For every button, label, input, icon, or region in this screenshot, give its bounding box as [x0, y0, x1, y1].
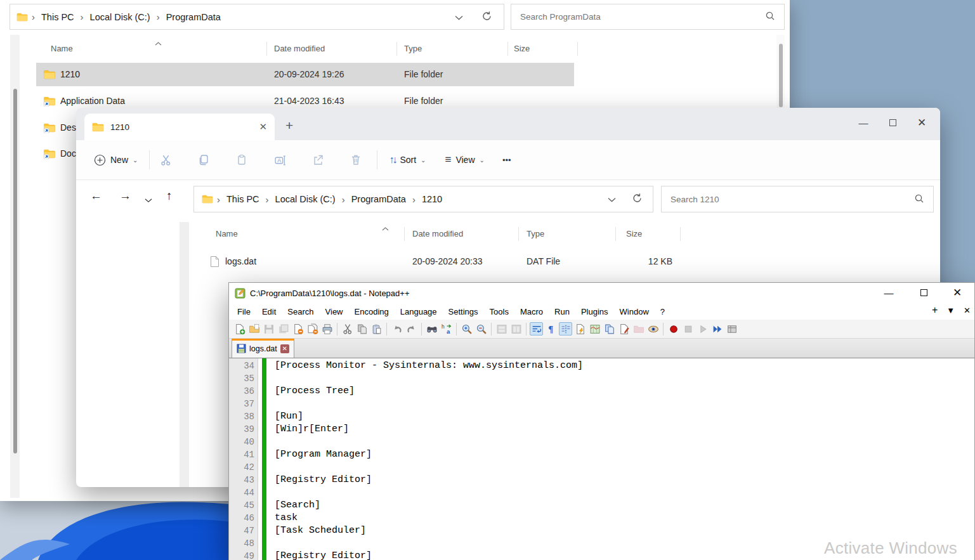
- new-tab-button[interactable]: +: [932, 304, 938, 316]
- tab-close-icon[interactable]: ✕: [259, 121, 267, 133]
- word-wrap-button[interactable]: [530, 322, 543, 335]
- new-file-button[interactable]: [233, 322, 246, 335]
- search-box[interactable]: Search ProgramData: [511, 4, 785, 30]
- menu-help[interactable]: ?: [655, 305, 671, 318]
- macro-play-button[interactable]: [696, 322, 709, 335]
- maximize-button[interactable]: [878, 112, 907, 133]
- sort-button[interactable]: ↑↓ Sort ⌄: [383, 149, 432, 171]
- explorer-tab-1210[interactable]: 1210 ✕: [84, 114, 275, 140]
- document-map-button[interactable]: [588, 322, 601, 335]
- nav-pane-scrollbar[interactable]: [10, 35, 20, 498]
- sync-horizontal-button[interactable]: [509, 322, 523, 335]
- tab-close-icon[interactable]: ✕: [280, 344, 289, 353]
- menu-encoding[interactable]: Encoding: [349, 305, 395, 318]
- copy-button[interactable]: [193, 149, 214, 171]
- column-header-type[interactable]: Type: [527, 229, 544, 238]
- breadcrumb-programdata[interactable]: ProgramData: [164, 12, 223, 22]
- menu-view[interactable]: View: [320, 305, 349, 318]
- new-button[interactable]: New ⌄: [88, 149, 144, 171]
- scrollbar-thumb[interactable]: [13, 89, 17, 453]
- undo-button[interactable]: [390, 322, 403, 335]
- search-icon[interactable]: [914, 193, 924, 205]
- refresh-icon[interactable]: [632, 193, 643, 205]
- macro-record-button[interactable]: [667, 322, 680, 335]
- column-header-name[interactable]: Name: [51, 44, 73, 53]
- share-button[interactable]: [307, 149, 329, 171]
- macro-stop-button[interactable]: [681, 322, 695, 335]
- forward-button[interactable]: →: [119, 189, 131, 203]
- replace-button[interactable]: ha: [440, 322, 453, 335]
- cut-button[interactable]: [155, 149, 176, 171]
- address-dropdown-icon[interactable]: [608, 194, 616, 204]
- breadcrumb-local-disk[interactable]: Local Disk (C:): [273, 194, 338, 204]
- column-header-name[interactable]: Name: [216, 229, 238, 238]
- sync-vertical-button[interactable]: [495, 322, 508, 335]
- column-header-date[interactable]: Date modified: [412, 229, 463, 238]
- text-editor[interactable]: 34[Process Monitor - Sysinternals: www.s…: [229, 358, 974, 560]
- title-bar[interactable]: C:\ProgramData\1210\logs.dat - Notepad++…: [229, 283, 974, 303]
- paste-button[interactable]: [231, 149, 252, 171]
- address-dropdown-icon[interactable]: [455, 12, 463, 22]
- save-all-button[interactable]: [277, 322, 290, 335]
- breadcrumb-1210[interactable]: 1210: [419, 194, 445, 204]
- close-button[interactable]: ✕: [941, 283, 973, 302]
- rename-button[interactable]: A: [269, 149, 291, 171]
- back-button[interactable]: ←: [90, 189, 102, 203]
- redo-button[interactable]: [405, 322, 418, 335]
- address-bar[interactable]: › This PC › Local Disk (C:) › ProgramDat…: [10, 4, 504, 30]
- menu-language[interactable]: Language: [395, 305, 443, 318]
- minimize-button[interactable]: —: [873, 283, 905, 302]
- print-button[interactable]: [320, 322, 334, 335]
- menu-macro[interactable]: Macro: [514, 305, 549, 318]
- document-switcher-button[interactable]: [603, 322, 616, 335]
- menu-search[interactable]: Search: [282, 305, 319, 318]
- show-indent-guide-button[interactable]: [559, 322, 572, 335]
- breadcrumb-local-disk[interactable]: Local Disk (C:): [88, 12, 153, 22]
- breadcrumb-programdata[interactable]: ProgramData: [349, 194, 409, 204]
- column-header-type[interactable]: Type: [404, 44, 422, 53]
- column-header-size[interactable]: Size: [514, 44, 530, 53]
- close-tab-button[interactable]: ✕: [964, 306, 971, 315]
- paste-button[interactable]: [370, 322, 383, 335]
- breadcrumb-this-pc[interactable]: This PC: [39, 12, 77, 22]
- up-button[interactable]: ↑: [166, 189, 173, 203]
- folder-as-workspace-button[interactable]: [632, 322, 645, 335]
- menu-plugins[interactable]: Plugins: [575, 305, 614, 318]
- more-options-button[interactable]: •••: [496, 150, 518, 170]
- tab-list-dropdown-icon[interactable]: ▼: [946, 306, 955, 315]
- menu-tools[interactable]: Tools: [484, 305, 514, 318]
- refresh-icon[interactable]: [481, 11, 492, 23]
- minimize-button[interactable]: —: [849, 112, 878, 133]
- view-button[interactable]: ≡ View ⌄: [438, 148, 490, 171]
- column-header-size[interactable]: Size: [626, 229, 642, 238]
- breadcrumb-this-pc[interactable]: This PC: [224, 194, 262, 204]
- scrollbar-thumb[interactable]: [779, 44, 783, 107]
- delete-button[interactable]: [345, 149, 367, 171]
- maximize-button[interactable]: [908, 283, 939, 302]
- address-bar[interactable]: › This PC › Local Disk (C:) › ProgramDat…: [193, 186, 653, 212]
- macro-run-multiple-button[interactable]: [710, 322, 724, 335]
- function-list-button[interactable]: [573, 322, 587, 335]
- menu-settings[interactable]: Settings: [443, 305, 484, 318]
- show-all-characters-button[interactable]: ¶: [544, 322, 558, 335]
- menu-edit[interactable]: Edit: [256, 305, 282, 318]
- close-button[interactable]: ✕: [907, 112, 936, 133]
- pane-scrollbar[interactable]: [180, 222, 189, 487]
- save-button[interactable]: [262, 322, 275, 335]
- column-header-date[interactable]: Date modified: [274, 44, 325, 53]
- file-monitoring-button[interactable]: [646, 322, 660, 335]
- menu-file[interactable]: File: [232, 305, 256, 318]
- copy-button[interactable]: [355, 322, 369, 335]
- find-button[interactable]: [425, 322, 438, 335]
- zoom-in-button[interactable]: [460, 322, 473, 335]
- zoom-out-button[interactable]: [474, 322, 488, 335]
- menu-run[interactable]: Run: [549, 305, 575, 318]
- search-box[interactable]: Search 1210: [661, 186, 934, 212]
- menu-window[interactable]: Window: [614, 305, 655, 318]
- file-row-1210[interactable]: 1210 20-09-2024 19:26 File folder: [36, 63, 574, 86]
- user-defined-language-button[interactable]: [617, 322, 631, 335]
- cut-button[interactable]: [341, 322, 354, 335]
- recent-locations-icon[interactable]: [145, 192, 152, 206]
- document-tab-logs-dat[interactable]: logs.dat ✕: [232, 339, 294, 358]
- macro-save-button[interactable]: [725, 322, 738, 335]
